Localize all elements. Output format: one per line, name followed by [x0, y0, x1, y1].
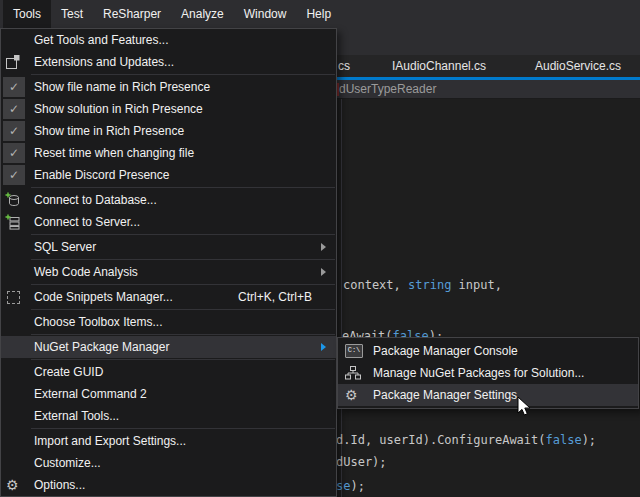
- menu-separator: [31, 187, 335, 188]
- menu-item-web-code-analysis[interactable]: Web Code Analysis: [1, 261, 336, 283]
- extensions-icon: [6, 55, 20, 69]
- menu-item-import-and-export-settings[interactable]: Import and Export Settings...: [1, 430, 336, 452]
- code-line: dUser);: [336, 455, 387, 470]
- menubar-resharper[interactable]: ReSharper: [93, 0, 171, 28]
- main-menu-bar: Tools Test ReSharper Analyze Window Help: [0, 0, 640, 28]
- code-snippets-icon: [7, 291, 20, 304]
- menubar-tools[interactable]: Tools: [3, 0, 51, 28]
- check-icon: ✓: [3, 143, 25, 163]
- tab-audioservice[interactable]: AudioService.cs: [535, 55, 621, 77]
- menu-item-enable-discord-presence[interactable]: ✓ Enable Discord Presence: [1, 164, 336, 186]
- menu-item-extensions-and-updates[interactable]: Extensions and Updates...: [1, 51, 336, 73]
- server-add-icon: [5, 214, 21, 230]
- gear-icon: ⚙: [6, 478, 19, 492]
- menu-item-customize[interactable]: Customize...: [1, 452, 336, 474]
- submenu-item-package-manager-console[interactable]: C:\ Package Manager Console: [338, 340, 638, 362]
- menu-separator: [31, 428, 335, 429]
- nuget-solution-icon: [345, 366, 361, 380]
- menu-item-options[interactable]: ⚙ Options...: [1, 474, 336, 496]
- check-icon: ✓: [3, 165, 25, 185]
- code-line: context, string input,: [343, 278, 502, 293]
- menubar-test[interactable]: Test: [51, 0, 93, 28]
- mouse-cursor-icon: [517, 396, 533, 418]
- menu-item-external-tools[interactable]: External Tools...: [1, 405, 336, 427]
- gear-icon: ⚙: [345, 388, 358, 402]
- menu-item-external-command-2[interactable]: External Command 2: [1, 383, 336, 405]
- check-icon: ✓: [3, 99, 25, 119]
- menu-item-show-file-name[interactable]: ✓ Show file name in Rich Presence: [1, 76, 336, 98]
- menu-item-connect-to-database[interactable]: Connect to Database...: [1, 189, 336, 211]
- menubar-window[interactable]: Window: [234, 0, 297, 28]
- tab-iaudiochannel[interactable]: IAudioChannel.cs: [392, 55, 486, 77]
- code-line: d.Id, userId).ConfigureAwait(false);: [336, 433, 596, 448]
- menu-item-create-guid[interactable]: Create GUID: [1, 361, 336, 383]
- tools-menu: Get Tools and Features... Extensions and…: [0, 28, 337, 497]
- console-icon: C:\: [345, 344, 363, 358]
- clipped-red-indicator: [337, 83, 339, 96]
- menu-item-show-solution[interactable]: ✓ Show solution in Rich Presence: [1, 98, 336, 120]
- submenu-arrow-icon: [321, 243, 326, 251]
- menu-separator: [31, 284, 335, 285]
- tab-clipped[interactable]: cs: [338, 55, 350, 77]
- menu-item-reset-time[interactable]: ✓ Reset time when changing file: [1, 142, 336, 164]
- menu-separator: [31, 259, 335, 260]
- menu-separator: [31, 309, 335, 310]
- check-icon: ✓: [3, 121, 25, 141]
- submenu-item-package-manager-settings[interactable]: ⚙ Package Manager Settings: [338, 384, 638, 406]
- breadcrumb[interactable]: dUserTypeReader: [339, 80, 436, 98]
- menu-item-show-time[interactable]: ✓ Show time in Rich Presence: [1, 120, 336, 142]
- menu-item-connect-to-server[interactable]: Connect to Server...: [1, 211, 336, 233]
- check-icon: ✓: [3, 77, 25, 97]
- menu-item-get-tools-and-features[interactable]: Get Tools and Features...: [1, 29, 336, 51]
- menu-separator: [31, 334, 335, 335]
- submenu-item-manage-nuget-packages[interactable]: Manage NuGet Packages for Solution...: [338, 362, 638, 384]
- menu-separator: [31, 359, 335, 360]
- submenu-arrow-icon: [321, 268, 326, 276]
- menu-item-sql-server[interactable]: SQL Server: [1, 236, 336, 258]
- submenu-arrow-icon: [321, 343, 326, 351]
- code-line: se);: [336, 479, 365, 494]
- database-add-icon: [5, 192, 21, 208]
- menu-item-choose-toolbox-items[interactable]: Choose Toolbox Items...: [1, 311, 336, 333]
- shortcut-label: Ctrl+K, Ctrl+B: [238, 290, 312, 304]
- menubar-help[interactable]: Help: [296, 0, 341, 28]
- menu-separator: [31, 74, 335, 75]
- menu-item-code-snippets-manager[interactable]: Code Snippets Manager... Ctrl+K, Ctrl+B: [1, 286, 336, 308]
- menu-item-nuget-package-manager[interactable]: NuGet Package Manager: [1, 336, 336, 358]
- menubar-analyze[interactable]: Analyze: [171, 0, 234, 28]
- menu-separator: [31, 234, 335, 235]
- nuget-submenu: C:\ Package Manager Console Manage NuGet…: [337, 337, 639, 409]
